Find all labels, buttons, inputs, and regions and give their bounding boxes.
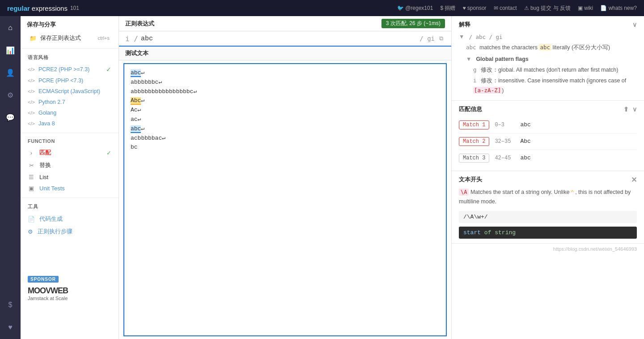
lang-python[interactable]: </> Python 2.7 — [21, 97, 119, 107]
center-panel: 正则表达式 3 次匹配, 26 步 (~1ms) i / / gi ⧉ 测试文本… — [119, 16, 452, 339]
steps-label: 正则执行步骤 — [38, 227, 72, 236]
lang-pcre-label: PCRE (PHP <7.3) — [38, 77, 83, 84]
match-range-1: 0–3 — [495, 122, 515, 128]
sponsor-logo: MOOVWEB — [28, 286, 111, 296]
lang-ecma[interactable]: </> ECMAScript (JavaScript) — [21, 86, 119, 97]
sponsor-sub: Jamstack at Scale — [28, 296, 111, 301]
explain-root: ▼ / abc / gi — [459, 32, 637, 42]
match-tag-1: Match 1 — [459, 120, 489, 129]
lang-pcre2-check: ✓ — [106, 66, 111, 73]
match-badge: 3 次匹配, 26 步 (~1ms) — [381, 19, 445, 28]
save-section-title: 保存与分享 — [27, 21, 112, 29]
code-icon-3: </> — [28, 89, 35, 94]
lang-pcre2[interactable]: </> PCRE2 (PHP >=7.3) ✓ — [21, 64, 119, 75]
sidebar-icon-heart[interactable]: ♥ — [3, 320, 17, 335]
func-match-label: 匹配 — [39, 149, 51, 157]
func-list[interactable]: ☰ List — [21, 172, 119, 183]
global-flags-title: Global pattern flags — [476, 55, 528, 64]
code-icon-5: </> — [28, 110, 35, 116]
explain-flag-i: i 修改：insensitive. Case insensitive match… — [473, 76, 637, 96]
match-highlight-1: abc — [131, 69, 141, 77]
func-replace[interactable]: ✂ 替换 — [21, 159, 119, 172]
function-section: FUNCTION › 匹配 ✓ ✂ 替换 ☰ List ▣ Unit Tests — [21, 133, 119, 198]
regex-delimiter-open: i / — [125, 34, 138, 43]
match-info-header[interactable]: 匹配信息 ⬆ ∨ — [459, 105, 637, 113]
whatsnew-link[interactable]: 📄 whats new? — [600, 5, 637, 11]
flag-i-desc: 修改：insensitive. Case insensitive match (… — [473, 77, 626, 94]
flag-g-desc: 修改：global. All matches (don't return aft… — [481, 67, 618, 73]
explain-flag-g: g 修改：global. All matches (don't return a… — [473, 65, 637, 75]
text-start-rest: of string — [484, 229, 516, 236]
text-start-code: /\A\w+/ — [459, 211, 637, 223]
tool-steps[interactable]: ⚙ 正则执行步骤 — [21, 225, 119, 238]
steps-icon: ⚙ — [28, 228, 33, 235]
match-tag-2: Match 2 — [459, 137, 489, 146]
match-value-3: abc — [520, 154, 530, 161]
flag-g-key: g — [473, 66, 477, 73]
func-unit-icon: ▣ — [28, 185, 35, 192]
text-start-section: 文本开头 ✕ \A Matches the start of a string … — [452, 171, 644, 244]
text-start-caret: ^ — [571, 189, 574, 195]
contact-link[interactable]: ✉ contact — [494, 5, 517, 11]
save-regex-button[interactable]: 📁 保存正则表达式 ctrl+s — [27, 32, 112, 44]
lang-ecma-label: ECMAScript (JavaScript) — [38, 88, 100, 94]
match-highlight-3: abc — [131, 125, 141, 133]
wiki-link[interactable]: ▣ wiki — [578, 5, 593, 11]
tools-section-title: 工具 — [21, 198, 119, 213]
regex-input[interactable] — [141, 35, 417, 43]
text-start-kw: start — [463, 229, 481, 236]
regex-input-area: i / / gi ⧉ — [119, 31, 451, 47]
func-replace-icon: ✂ — [28, 162, 35, 169]
regex-section-title: 正则表达式 — [125, 20, 154, 28]
test-string-header: 测试文本 — [119, 47, 451, 60]
text-start-content: \A Matches the start of a string only. U… — [459, 188, 637, 207]
regex-flags: / gi — [419, 35, 435, 42]
sidebar-icon-settings[interactable]: ⚙ — [3, 88, 17, 102]
text-start-desc: Matches the start of a string only. Unli… — [470, 189, 571, 195]
twitter-link[interactable]: 🐦 @regex101 — [397, 5, 433, 11]
language-section: 语言风格 </> PCRE2 (PHP >=7.3) ✓ </> PCRE (P… — [21, 49, 119, 133]
sidebar-icon-chart[interactable]: 📊 — [3, 43, 17, 57]
match-range-3: 42–45 — [495, 155, 515, 161]
language-section-title: 语言风格 — [21, 49, 119, 64]
sidebar-icon-chat[interactable]: 💬 — [3, 110, 17, 124]
explain-arrow: ▼ — [459, 32, 464, 42]
match-row-3: Match 3 42–45 abc — [459, 150, 637, 166]
sidebar-icon-user[interactable]: 👤 — [3, 65, 17, 80]
copy-button[interactable]: ⧉ — [437, 34, 445, 43]
lang-java[interactable]: </> Java 8 — [21, 118, 119, 129]
sidebar-icon-dollar[interactable]: $ — [3, 298, 17, 312]
match-row-2: Match 2 32–35 Abc — [459, 133, 637, 150]
save-section: 保存与分享 📁 保存正则表达式 ctrl+s — [21, 16, 119, 49]
lang-pcre[interactable]: </> PCRE (PHP <7.3) — [21, 75, 119, 86]
logo-expressions: expressions — [32, 4, 68, 12]
codegen-label: 代码生成 — [39, 215, 63, 223]
sponsor-link[interactable]: ♥ sponsor — [462, 5, 486, 11]
test-area[interactable]: abc↵ abbbbbbc↵ abbbbbbbbbbbbbbbbc↵ Abc↵ … — [123, 63, 447, 336]
bug-link[interactable]: ⚠ bug 提交 与 反馈 — [524, 4, 571, 12]
save-icon: 📁 — [30, 35, 37, 42]
tool-codegen[interactable]: 📄 代码生成 — [21, 213, 119, 225]
icon-sidebar: ⌂ 📊 👤 ⚙ 💬 $ ♥ — [0, 16, 21, 339]
func-match[interactable]: › 匹配 ✓ — [21, 146, 119, 159]
explain-chevron: ∨ — [632, 21, 637, 28]
explain-abc-key: abc — [466, 44, 476, 51]
nav-links: 🐦 @regex101 $ 捐赠 ♥ sponsor ✉ contact ⚠ b… — [397, 4, 637, 12]
explain-header-text: / abc / gi — [469, 32, 502, 42]
global-flags-arrow: ▼ — [466, 55, 471, 64]
lang-golang[interactable]: </> Golang — [21, 107, 119, 118]
text-start-close[interactable]: ✕ — [631, 176, 637, 184]
explain-header[interactable]: 解释 ∨ — [459, 21, 637, 29]
sponsor-badge: SPONSOR — [28, 276, 59, 283]
sidebar-icon-home[interactable]: ⌂ — [3, 21, 17, 35]
logo-num: 101 — [70, 5, 79, 11]
func-match-icon: › — [28, 150, 35, 156]
match-info-title: 匹配信息 — [459, 105, 482, 113]
lang-golang-label: Golang — [38, 110, 56, 116]
func-unit-tests[interactable]: ▣ Unit Tests — [21, 183, 119, 194]
share-icon[interactable]: ⬆ — [623, 106, 629, 113]
code-icon-2: </> — [28, 78, 35, 83]
donate-link[interactable]: $ 捐赠 — [440, 4, 455, 12]
function-section-title: FUNCTION — [21, 133, 119, 146]
func-match-check: ✓ — [106, 150, 111, 156]
